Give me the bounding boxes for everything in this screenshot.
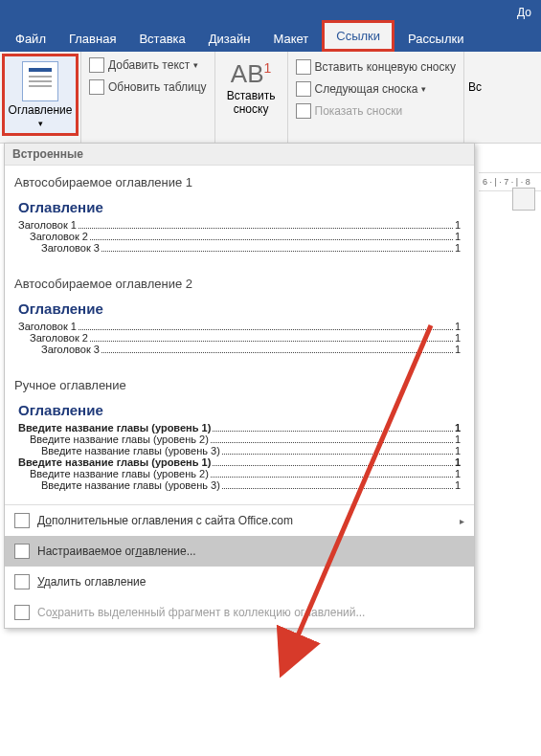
endnote-icon [296,59,311,75]
tab-mailings[interactable]: Рассылки [396,26,475,52]
ribbon-group-footnotes: AB1 Вставить сноску [214,52,288,143]
manual-toc-preview[interactable]: Оглавление Введите название главы (урове… [14,398,464,495]
toc-icon [22,61,58,101]
save-icon [14,605,30,620]
tab-file[interactable]: Файл [4,26,57,52]
preview-heading: Оглавление [18,300,461,317]
tab-references[interactable]: Ссылки [322,20,394,52]
save-toc-selection-button: Сохранить выделенный фрагмент в коллекци… [5,597,474,628]
insert-footnote-label-2: сноску [234,102,269,116]
show-footnotes-label: Показать сноски [315,104,403,118]
next-footnote-icon [296,81,311,97]
gallery-toggle-icon[interactable] [512,188,535,211]
toc-label: Оглавление [9,103,73,117]
ribbon-group-toc: Оглавление ▾ [0,52,81,143]
ribbon-group-right: Вс [463,52,485,143]
more-toc-label: Дополнительные оглавления с сайта Office… [37,514,293,527]
office-icon [14,513,30,528]
tab-home[interactable]: Главная [57,26,127,52]
preview-heading: Оглавление [18,199,461,215]
next-footnote-label: Следующая сноска [315,82,418,96]
chevron-down-icon: ▾ [421,84,426,94]
auto-toc-2-title: Автособираемое оглавление 2 [5,267,474,297]
chevron-down-icon: ▾ [38,119,43,128]
ruler-marks: 6 · | · 7 · | · 8 [483,177,530,187]
more-toc-office-button[interactable]: Дополнительные оглавления с сайта Office… [5,505,474,536]
toc-gallery: Встроенные Автособираемое оглавление 1 О… [4,143,475,629]
ribbon-tabs: Файл Главная Вставка Дизайн Макет Ссылки… [0,25,541,52]
gallery-builtin-header: Встроенные [5,144,474,166]
custom-toc-button[interactable]: Настраиваемое оглавление... [5,536,474,567]
doc-title: До [517,6,531,19]
update-table-icon [89,79,104,95]
update-table-label: Обновить таблицу [108,80,207,94]
custom-toc-icon [14,544,30,559]
remove-toc-button[interactable]: Удалить оглавление [5,567,474,597]
add-text-icon [89,57,104,73]
insert-endnote-button[interactable]: Вставить концевую сноску [292,57,460,77]
tab-design[interactable]: Дизайн [197,26,262,52]
toc-dropdown-button[interactable]: Оглавление ▾ [2,54,79,136]
remove-toc-label: Удалить оглавление [37,575,146,589]
auto-toc-2-preview[interactable]: Оглавление Заголовок 11 Заголовок 21 Заг… [14,297,464,359]
footnote-icon: AB1 [231,59,271,89]
auto-toc-1-preview[interactable]: Оглавление Заголовок 11 Заголовок 21 Заг… [14,195,464,257]
insert-footnote-button[interactable]: AB1 Вставить сноску [221,56,282,120]
add-text-button[interactable]: Добавить текст ▾ [85,56,211,75]
remove-toc-icon [14,574,30,589]
insert-citation-partial: Вс [468,80,482,94]
insert-endnote-label: Вставить концевую сноску [315,60,456,74]
show-footnotes-icon [296,103,311,119]
chevron-right-icon: ▸ [460,516,464,526]
next-footnote-button[interactable]: Следующая сноска ▾ [292,79,460,99]
show-footnotes-button[interactable]: Показать сноски [292,101,460,121]
preview-heading: Оглавление [18,402,461,418]
tab-layout[interactable]: Макет [261,26,320,52]
chevron-down-icon: ▾ [193,60,198,70]
ribbon-group-footnote-tools: Вставить концевую сноску Следующая сноск… [288,52,463,143]
custom-toc-label: Настраиваемое оглавление... [37,545,196,558]
add-text-label: Добавить текст [108,58,190,72]
insert-footnote-label-1: Вставить [227,89,276,102]
update-table-button[interactable]: Обновить таблицу [85,78,211,97]
gallery-footer: Дополнительные оглавления с сайта Office… [5,504,474,628]
ribbon-group-toc-tools: Добавить текст ▾ Обновить таблицу [81,52,214,143]
auto-toc-1-title: Автособираемое оглавление 1 [5,166,474,195]
save-toc-label: Сохранить выделенный фрагмент в коллекци… [37,606,365,619]
ribbon: Оглавление ▾ Добавить текст ▾ Обновить т… [0,52,541,144]
tab-insert[interactable]: Вставка [127,26,196,52]
title-bar: До [0,0,541,25]
manual-toc-title: Ручное оглавление [5,368,474,398]
